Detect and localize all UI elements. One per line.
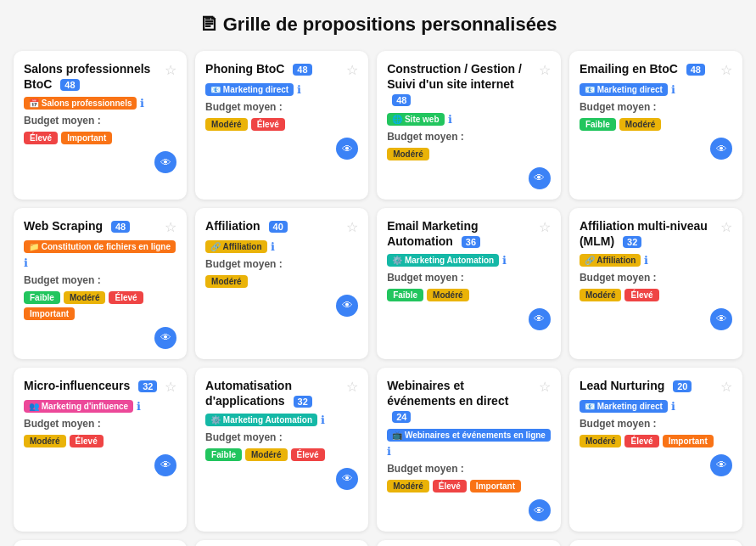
budget-label: Budget moyen : (580, 418, 732, 430)
category-tag: 👥 Marketing d'influence (24, 400, 133, 413)
info-icon[interactable]: ℹ (297, 83, 301, 96)
budget-tag: Élevé (109, 291, 143, 304)
star-icon[interactable]: ☆ (165, 379, 176, 395)
card-footer: 👁 (387, 167, 551, 189)
info-icon[interactable]: ℹ (387, 445, 391, 458)
card-c4: Emailing en BtoC 48☆📧 Marketing directℹB… (569, 51, 742, 200)
star-icon[interactable]: ☆ (165, 219, 176, 235)
card-header: Email Marketing Automation 36☆ (387, 218, 551, 249)
card-title: Micro-influenceurs 32 (24, 378, 161, 393)
budget-tag: Modéré (64, 291, 106, 304)
star-icon[interactable]: ☆ (720, 379, 732, 395)
star-icon[interactable]: ☆ (539, 219, 551, 235)
star-icon[interactable]: ☆ (346, 219, 358, 235)
view-button[interactable]: 👁 (710, 454, 732, 476)
budget-tag: Faible (580, 118, 616, 131)
budget-tag: Modéré (24, 435, 66, 447)
view-button[interactable]: 👁 (336, 138, 358, 160)
budget-tag: Faible (205, 448, 242, 461)
category-tag: 📧 Marketing direct (580, 400, 668, 413)
info-icon[interactable]: ℹ (644, 254, 648, 267)
info-icon[interactable]: ℹ (137, 400, 141, 413)
info-icon[interactable]: ℹ (140, 97, 144, 110)
info-icon[interactable]: ℹ (271, 240, 275, 253)
info-icon[interactable]: ℹ (448, 113, 452, 126)
card-header: Web Scraping 48☆ (24, 218, 176, 235)
info-icon[interactable]: ℹ (671, 83, 675, 96)
budget-tag: Modéré (245, 448, 288, 461)
budget-tag: Important (61, 132, 112, 144)
view-button[interactable]: 👁 (529, 308, 551, 330)
budget-tag: Élevé (624, 289, 658, 301)
card-badge: 36 (462, 236, 480, 248)
budget-tag: Élevé (24, 132, 58, 144)
card-header: Phoning BtoC 48☆ (205, 61, 358, 78)
budget-tags: FaibleModéré (580, 118, 732, 131)
card-footer: 👁 (387, 308, 551, 330)
card-header: Construction / Gestion / Suivi d'un site… (387, 61, 551, 108)
budget-tag: Élevé (291, 448, 325, 461)
card-footer: 👁 (24, 454, 176, 476)
card-c5: Web Scraping 48☆📁 Constitution de fichie… (14, 208, 187, 359)
view-button[interactable]: 👁 (710, 138, 732, 160)
tag-row: 📧 Marketing directℹ (580, 400, 732, 413)
card-title: Salons professionnels BtoC 48 (24, 61, 161, 92)
star-icon[interactable]: ☆ (539, 379, 551, 395)
budget-label: Budget moyen : (24, 274, 176, 286)
card-title: Automatisation d'applications 32 (205, 378, 343, 408)
budget-tags: Modéré (205, 275, 358, 288)
budget-label: Budget moyen : (205, 258, 358, 270)
tag-row: 🔗 Affiliationℹ (580, 254, 732, 267)
view-button[interactable]: 👁 (710, 308, 732, 330)
star-icon[interactable]: ☆ (346, 379, 358, 395)
card-header: Salons professionnels BtoC 48☆ (24, 61, 176, 92)
budget-tag: Modéré (427, 289, 469, 301)
view-button[interactable]: 👁 (336, 468, 358, 490)
card-c8: Affiliation multi-niveau (MLM) 32☆🔗 Affi… (569, 208, 742, 359)
tag-row: 👥 Marketing d'influenceℹ (24, 400, 176, 413)
category-tag: 📧 Marketing direct (580, 83, 668, 96)
budget-tag: Élevé (70, 435, 104, 447)
budget-label: Budget moyen : (387, 463, 551, 475)
card-header: Webinaires et événements en direct 24☆ (387, 378, 551, 425)
card-footer: 👁 (580, 138, 732, 160)
star-icon[interactable]: ☆ (165, 62, 176, 78)
info-icon[interactable]: ℹ (671, 400, 675, 413)
view-button[interactable]: 👁 (154, 454, 176, 476)
star-icon[interactable]: ☆ (346, 62, 358, 78)
info-icon[interactable]: ℹ (321, 414, 325, 426)
budget-tag: Élevé (433, 480, 467, 493)
category-tag: 📅 Salons professionnels (24, 97, 137, 110)
budget-label: Budget moyen : (205, 101, 358, 113)
tag-row: 📧 Marketing directℹ (580, 83, 732, 96)
star-icon[interactable]: ☆ (720, 62, 732, 78)
budget-tag: Modéré (580, 289, 622, 301)
view-button[interactable]: 👁 (154, 327, 176, 349)
card-footer: 👁 (580, 454, 732, 476)
budget-tag: Modéré (205, 118, 248, 131)
star-icon[interactable]: ☆ (720, 219, 732, 235)
view-button[interactable]: 👁 (336, 295, 358, 317)
budget-tag: Modéré (205, 275, 248, 288)
card-badge: 20 (673, 380, 692, 392)
budget-tag: Élevé (624, 435, 658, 447)
view-button[interactable]: 👁 (529, 167, 551, 189)
info-icon[interactable]: ℹ (24, 256, 28, 269)
card-c14: Marketing d'influence 18☆👥 Marketing d'i… (195, 540, 368, 546)
view-button[interactable]: 👁 (529, 499, 551, 521)
card-header: Lead Nurturing 20☆ (580, 378, 732, 395)
card-c6: Affiliation 40☆🔗 AffiliationℹBudget moye… (195, 208, 368, 359)
info-icon[interactable]: ℹ (502, 254, 507, 267)
card-badge: 32 (294, 396, 312, 408)
card-footer: 👁 (387, 499, 551, 521)
budget-tags: ModéréÉlevéImportant (580, 435, 732, 447)
tag-row: 🌐 Site webℹ (387, 113, 551, 126)
view-button[interactable]: 👁 (154, 151, 176, 173)
star-icon[interactable]: ☆ (539, 62, 551, 78)
budget-tags: Modéré (387, 148, 551, 160)
card-c15: Copywriting 18☆✏️ Marketing de contenuℹB… (377, 540, 561, 546)
category-tag: 📁 Constitution de fichiers en ligne (24, 240, 176, 253)
card-title: Affiliation multi-niveau (MLM) 32 (580, 218, 717, 249)
budget-tag: Important (470, 480, 521, 493)
tag-row: 🔗 Affiliationℹ (205, 240, 358, 253)
